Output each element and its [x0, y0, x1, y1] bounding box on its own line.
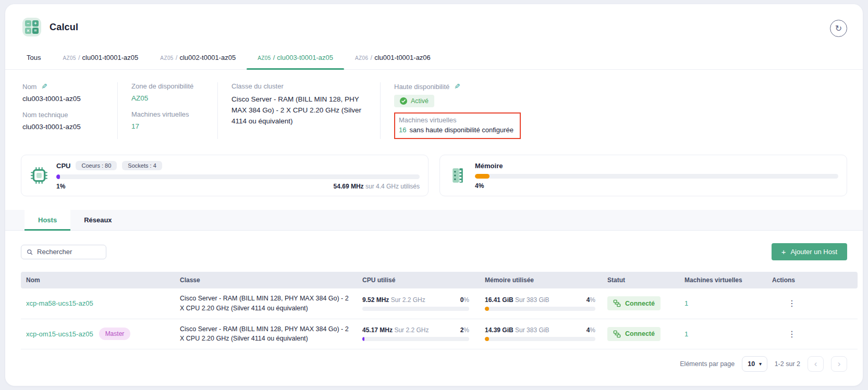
- tab-az-prefix: AZ05: [160, 55, 174, 61]
- technical-name-value: clu003-t0001-az05: [22, 123, 104, 131]
- host-cpu-value: 45.17 MHz: [362, 326, 393, 334]
- host-cpu-total: Sur 2.2 GHz: [391, 296, 425, 304]
- ha-label-row: Haute disponibilité ✎: [394, 82, 834, 91]
- tab-az-prefix: AZ05: [63, 55, 76, 61]
- master-badge: Master: [99, 328, 131, 340]
- host-memory-metric: 16.41 GiB Sur 383 GiB 4%: [485, 296, 595, 311]
- refresh-button[interactable]: ↻: [830, 20, 847, 37]
- page-title: Calcul: [50, 22, 78, 33]
- host-memory-values: 16.41 GiB Sur 383 GiB: [485, 296, 549, 304]
- tab-reseaux[interactable]: Réseaux: [70, 210, 125, 230]
- ha-status-text: Activé: [411, 97, 429, 105]
- host-class: Cisco Server - RAM (BILL MIN 128, PHY MA…: [175, 288, 357, 319]
- col-classe: Classe: [175, 272, 357, 288]
- host-cpu-value: 9.52 MHz: [362, 296, 389, 304]
- add-host-label: Ajouter un Host: [790, 248, 837, 256]
- host-cpu-percent: 0%: [460, 296, 469, 304]
- host-cpu-bar: [362, 307, 469, 311]
- plus-icon: +: [781, 248, 786, 256]
- tab-separator: /: [78, 54, 80, 61]
- tab-az-prefix: AZ05: [258, 55, 271, 61]
- host-memory-bar-fill: [485, 337, 489, 341]
- tab-separator: /: [273, 54, 275, 61]
- ha-status-badge: Activé: [394, 95, 434, 107]
- cluster-info: Nom ✎ clu003-t0001-az05 Nom technique cl…: [5, 70, 863, 143]
- next-page-button[interactable]: ›: [831, 356, 847, 372]
- host-memory-head: 16.41 GiB Sur 383 GiB 4%: [485, 296, 595, 304]
- hosts-table: Nom Classe CPU utilisé Mémoire utilisée …: [21, 272, 858, 349]
- connected-icon: [613, 299, 621, 307]
- info-col-az: Zone de disponibilité AZ05 Machines virt…: [117, 82, 217, 139]
- az-value: AZ05: [131, 94, 204, 102]
- col-statut: Statut: [602, 272, 679, 288]
- edit-ha-icon[interactable]: ✎: [454, 82, 460, 91]
- info-col-ha: Haute disponibilité ✎ Activé Machines vi…: [380, 82, 847, 139]
- tab-az-prefix: AZ06: [355, 55, 369, 61]
- az-label: Zone de disponibilité: [131, 82, 204, 90]
- cpu-gauge-body: CPU Coeurs : 80 Sockets : 4 1% 54.69 MHz…: [56, 161, 420, 190]
- section-tab-bar: Hosts Réseaux: [5, 210, 863, 231]
- add-host-button[interactable]: + Ajouter un Host: [772, 243, 847, 260]
- host-cpu-head: 45.17 MHz Sur 2.2 GHz 2%: [362, 326, 469, 334]
- main-card: − + × = Calcul ↻ Tous AZ05/clu001-t0001-…: [5, 4, 863, 386]
- percent-sign: %: [590, 296, 595, 304]
- table-header-row: Nom Classe CPU utilisé Mémoire utilisée …: [21, 272, 858, 288]
- info-col-name: Nom ✎ clu003-t0001-az05 Nom technique cl…: [22, 82, 117, 139]
- cpu-usage-bar-fill: [56, 174, 60, 179]
- status-badge: Connecté: [607, 327, 661, 341]
- search-box[interactable]: [21, 245, 106, 259]
- cpu-percent: 1%: [56, 183, 65, 190]
- calculator-icon: − + × =: [22, 18, 41, 36]
- chevron-down-icon: ▾: [759, 361, 762, 367]
- row-actions-menu-icon[interactable]: ⋮: [788, 299, 796, 308]
- tab-hosts[interactable]: Hosts: [25, 210, 70, 230]
- status-text: Connecté: [625, 300, 655, 307]
- cpu-gauge-foot: 1% 54.69 MHz sur 4.4 GHz utilisés: [56, 183, 420, 190]
- calc-plus-tile: +: [32, 20, 39, 27]
- edit-name-icon[interactable]: ✎: [41, 82, 47, 91]
- page-header: − + × = Calcul: [5, 4, 863, 36]
- tab-clu001-t0001-az06[interactable]: AZ06/clu001-t0001-az06: [344, 47, 442, 69]
- vm-label: Machines virtuelles: [131, 110, 204, 118]
- memory-gauge-head: Mémoire: [475, 162, 838, 170]
- page-range: 1-2 sur 2: [775, 360, 800, 368]
- cpu-sockets-badge: Sockets : 4: [122, 161, 162, 170]
- cpu-usage-text: 54.69 MHz sur 4.4 GHz utilisés: [334, 183, 420, 190]
- page-size-value: 10: [748, 360, 755, 368]
- page-size-label: Eléments par page: [680, 360, 735, 368]
- cluster-class-value: Cisco Server - RAM (BILL MIN 128, PHY MA…: [231, 94, 366, 127]
- calc-equals-tile: =: [32, 28, 39, 34]
- host-memory-bar: [485, 307, 595, 311]
- cpu-chip-icon: [30, 167, 48, 184]
- cpu-usage-suffix: sur 4.4 GHz utilisés: [364, 183, 420, 190]
- tab-clu001-t0001-az05[interactable]: AZ05/clu001-t0001-az05: [52, 47, 149, 69]
- row-actions-menu-icon[interactable]: ⋮: [788, 330, 796, 338]
- calc-minus-tile: −: [25, 20, 31, 27]
- host-cpu-metric: 9.52 MHz Sur 2.2 GHz 0%: [362, 296, 469, 311]
- tab-tous[interactable]: Tous: [16, 47, 52, 69]
- cpu-gauge-title: CPU: [56, 162, 70, 170]
- host-cpu-values: 45.17 MHz Sur 2.2 GHz: [362, 326, 429, 334]
- host-memory-value: 16.41 GiB: [485, 296, 514, 304]
- tab-separator: /: [176, 54, 178, 61]
- status-badge: Connecté: [607, 296, 661, 310]
- vm-count-link[interactable]: 1: [684, 330, 688, 338]
- pagination: Eléments par page 10 ▾ 1-2 sur 2 ‹ ›: [21, 356, 847, 372]
- host-name-link[interactable]: xcp-om15-ucs15-az05: [26, 330, 93, 338]
- search-input[interactable]: [37, 248, 101, 256]
- ha-vm-text: sans haute disponibilité configurée: [409, 126, 513, 134]
- cpu-gauge-card: CPU Coeurs : 80 Sockets : 4 1% 54.69 MHz…: [21, 155, 429, 196]
- technical-name-label: Nom technique: [22, 111, 104, 119]
- host-name-link[interactable]: xcp-ma58-ucs15-az05: [26, 299, 93, 307]
- host-cpu-values: 9.52 MHz Sur 2.2 GHz: [362, 296, 425, 304]
- ha-vm-line: 16sans haute disponibilité configurée: [399, 126, 514, 134]
- tab-clu003-t0001-az05-active[interactable]: AZ05/clu003-t0001-az05: [247, 47, 344, 69]
- percent-sign: %: [590, 326, 595, 334]
- tab-clu002-t0001-az05[interactable]: AZ05/clu002-t0001-az05: [149, 47, 247, 69]
- tab-label: clu002-t0001-az05: [179, 54, 236, 61]
- vm-count-link[interactable]: 1: [684, 299, 688, 307]
- chevron-left-icon: ‹: [814, 359, 817, 369]
- prev-page-button[interactable]: ‹: [808, 356, 824, 372]
- percent-sign: %: [463, 296, 469, 304]
- page-size-select[interactable]: 10 ▾: [742, 356, 767, 372]
